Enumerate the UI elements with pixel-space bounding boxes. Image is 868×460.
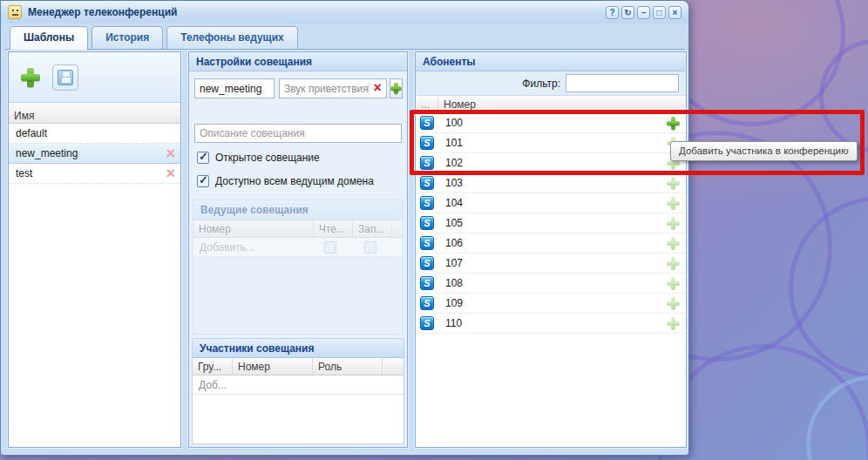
subscriber-number: 108 bbox=[445, 277, 463, 289]
template-row-new-meeting[interactable]: new_meeting × bbox=[9, 144, 180, 164]
template-row-test[interactable]: test × bbox=[9, 164, 180, 184]
save-template-button[interactable] bbox=[52, 64, 78, 91]
add-participant-button[interactable] bbox=[667, 217, 680, 230]
leaders-section-title: Ведущие совещания bbox=[193, 200, 403, 220]
subscriber-number: 110 bbox=[445, 317, 462, 329]
template-name: default bbox=[16, 127, 175, 139]
sip-phone-icon: S bbox=[420, 276, 434, 290]
filter-label: Фильтр: bbox=[522, 78, 560, 90]
leaders-add-label: Добавить... bbox=[193, 241, 254, 254]
sip-phone-icon: S bbox=[420, 216, 434, 230]
participants-add-label: Доб... bbox=[199, 379, 227, 391]
greeting-sound-combo[interactable]: Звук приветствия × bbox=[279, 78, 387, 98]
sip-phone-icon: S bbox=[420, 296, 434, 310]
subscriber-number: 104 bbox=[445, 197, 463, 209]
subscribers-panel-title: Абоненты bbox=[416, 52, 686, 71]
name-column-header: Имя bbox=[9, 107, 180, 123]
add-participant-button[interactable] bbox=[667, 297, 680, 310]
domain-access-checkbox-row: ✓ Доступно всем ведущим домена bbox=[197, 175, 374, 187]
participants-col-number: Номер bbox=[233, 358, 313, 375]
meeting-leaders-section: Ведущие совещания Номер Чте... Зап... До… bbox=[193, 200, 403, 335]
templates-toolbar bbox=[9, 52, 180, 103]
subscriber-number: 103 bbox=[445, 177, 463, 189]
teleconference-manager-window: Менеджер телеконференций ? ↻ – □ × Шабло… bbox=[0, 0, 689, 456]
leaders-add-row: Добавить... bbox=[193, 238, 403, 257]
delete-template-icon[interactable]: × bbox=[166, 167, 175, 179]
sip-phone-icon: S bbox=[420, 176, 434, 190]
subscriber-row[interactable]: S 108 bbox=[416, 274, 686, 294]
tab-history[interactable]: История bbox=[92, 26, 163, 49]
desktop-background: Менеджер телеконференций ? ↻ – □ × Шабло… bbox=[0, 0, 868, 460]
title-bar: Менеджер телеконференций bbox=[1, 1, 688, 24]
participants-add-row[interactable]: Доб... bbox=[193, 375, 403, 395]
maximize-button[interactable]: □ bbox=[653, 6, 666, 19]
participants-col-group: Гру... bbox=[193, 358, 233, 375]
domain-access-label: Доступно всем ведущим домена bbox=[215, 175, 374, 187]
app-icon bbox=[8, 5, 22, 19]
meeting-description-input[interactable] bbox=[194, 124, 402, 143]
filter-input[interactable] bbox=[566, 74, 679, 92]
domain-access-checkbox[interactable]: ✓ bbox=[197, 175, 209, 187]
greeting-sound-placeholder: Звук приветствия bbox=[280, 83, 369, 95]
template-row-default[interactable]: default bbox=[9, 124, 180, 144]
plus-icon bbox=[390, 83, 402, 94]
meeting-settings-panel: Настройки совещания Звук приветствия × ✓… bbox=[188, 51, 408, 448]
save-icon bbox=[58, 70, 73, 85]
subscriber-number: 107 bbox=[445, 257, 463, 269]
add-participant-button[interactable] bbox=[667, 317, 680, 330]
check-icon: ✓ bbox=[199, 173, 208, 186]
subscriber-row[interactable]: S 107 bbox=[416, 254, 686, 274]
subscriber-row[interactable]: S 109 bbox=[416, 294, 686, 314]
participants-columns-header: Гру... Номер Роль bbox=[193, 358, 403, 375]
sip-phone-icon: S bbox=[420, 236, 434, 250]
open-meeting-checkbox-row: ✓ Открытое совещание bbox=[197, 152, 320, 164]
participants-col-empty bbox=[383, 358, 403, 375]
templates-list-header: Имя bbox=[9, 103, 180, 124]
add-participant-button[interactable] bbox=[667, 257, 680, 270]
template-name: test bbox=[16, 167, 166, 179]
close-button[interactable]: × bbox=[668, 6, 682, 19]
meeting-participants-section: Участники совещания Гру... Номер Роль До… bbox=[192, 338, 404, 444]
subscriber-row[interactable]: S 105 bbox=[416, 213, 686, 233]
leaders-read-checkbox bbox=[324, 241, 336, 254]
settings-body: Звук приветствия × ✓ Открытое совещание … bbox=[189, 71, 407, 447]
subscriber-row[interactable]: S 103 bbox=[416, 173, 686, 193]
leaders-col-number: Номер bbox=[193, 220, 314, 237]
add-participant-button[interactable] bbox=[667, 237, 680, 250]
minimize-button[interactable]: – bbox=[637, 6, 650, 19]
window-title: Менеджер телеконференций bbox=[28, 6, 177, 18]
name-and-sound-row: Звук приветствия × bbox=[194, 78, 402, 98]
sip-phone-icon: S bbox=[420, 196, 434, 210]
subscriber-number: 109 bbox=[445, 297, 463, 309]
participants-section-title: Участники совещания bbox=[193, 339, 403, 358]
leaders-columns-header: Номер Чте... Зап... bbox=[193, 220, 403, 238]
subscriber-row[interactable]: S 110 bbox=[416, 314, 686, 334]
clear-sound-icon[interactable]: × bbox=[374, 80, 382, 95]
help-button[interactable]: ? bbox=[606, 6, 619, 19]
add-participant-tooltip: Добавить участника в конференцию bbox=[670, 141, 858, 161]
settings-panel-title: Настройки совещания bbox=[189, 52, 407, 71]
add-participant-button[interactable] bbox=[667, 277, 680, 290]
sip-phone-icon: S bbox=[420, 256, 434, 270]
meeting-name-input[interactable] bbox=[194, 78, 275, 98]
open-meeting-checkbox[interactable]: ✓ bbox=[197, 152, 209, 164]
tab-leader-phones[interactable]: Телефоны ведущих bbox=[166, 26, 298, 49]
leaders-col-record: Зап... bbox=[353, 220, 392, 237]
participants-col-role: Роль bbox=[313, 358, 383, 375]
add-participant-button[interactable] bbox=[667, 177, 680, 190]
subscriber-row[interactable]: S 106 bbox=[416, 233, 686, 254]
refresh-button[interactable]: ↻ bbox=[621, 6, 634, 19]
sip-phone-icon: S bbox=[420, 316, 434, 330]
add-participant-button[interactable] bbox=[667, 197, 680, 210]
subscriber-number: 105 bbox=[445, 217, 463, 229]
tab-templates[interactable]: Шаблоны bbox=[10, 26, 88, 50]
check-icon: ✓ bbox=[199, 150, 208, 163]
tab-bar: Шаблоны История Телефоны ведущих bbox=[10, 26, 298, 50]
templates-panel: Имя default new_meeting × test × bbox=[8, 51, 181, 448]
subscriber-row[interactable]: S 104 bbox=[416, 193, 686, 213]
window-controls: ? ↻ – □ × bbox=[606, 6, 682, 19]
leaders-record-checkbox bbox=[364, 241, 376, 254]
add-sound-button[interactable] bbox=[390, 78, 403, 98]
delete-template-icon[interactable]: × bbox=[166, 147, 175, 159]
add-template-button[interactable] bbox=[17, 64, 44, 91]
